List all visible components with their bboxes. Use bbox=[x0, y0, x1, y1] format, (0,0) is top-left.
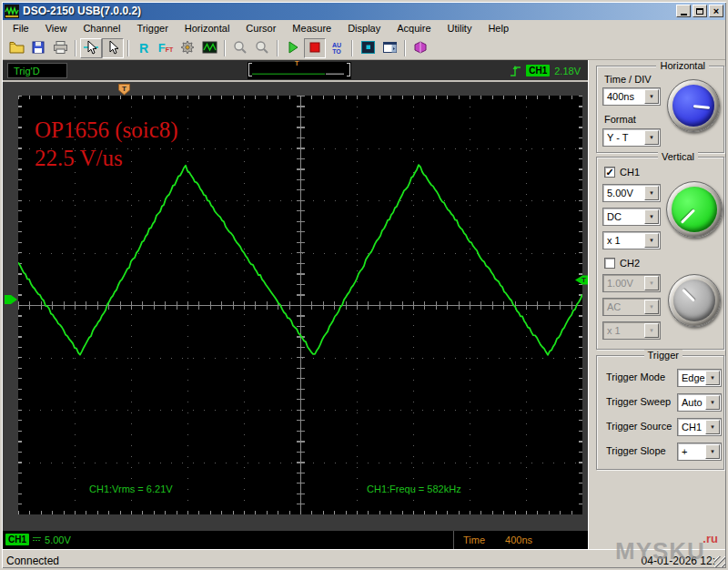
toolbar-separator bbox=[277, 40, 278, 56]
horizontal-knob[interactable] bbox=[667, 79, 720, 132]
waveform-window-button[interactable] bbox=[198, 38, 220, 58]
print-button[interactable] bbox=[49, 38, 71, 58]
cursor-button[interactable] bbox=[102, 38, 124, 58]
ch1-volt-div-select[interactable]: 5.00V▼ bbox=[602, 184, 661, 202]
chevron-down-icon[interactable]: ▼ bbox=[644, 89, 659, 104]
save-button[interactable] bbox=[27, 38, 49, 58]
toolbar-separator bbox=[224, 40, 226, 56]
chevron-down-icon[interactable]: ▼ bbox=[644, 233, 659, 248]
zoom-in-button[interactable] bbox=[229, 38, 251, 58]
cursor-trace-icon bbox=[84, 40, 98, 56]
app-window: DSO-2150 USB(7.0.0.2) × FileViewChannelT… bbox=[0, 0, 728, 570]
trigger-status: Trig'D bbox=[7, 63, 67, 78]
trigger-position-label: T bbox=[122, 85, 126, 93]
menu-horizontal[interactable]: Horizontal bbox=[177, 21, 238, 36]
maximize-button[interactable] bbox=[693, 5, 707, 17]
format-select[interactable]: Y - T ▼ bbox=[602, 128, 661, 147]
chevron-down-icon[interactable]: ▼ bbox=[644, 209, 659, 224]
layout-button[interactable] bbox=[379, 38, 400, 58]
print-icon bbox=[53, 40, 68, 56]
preview-bracket-left bbox=[248, 63, 252, 76]
trigger-level-label: T bbox=[581, 276, 586, 284]
menu-measure[interactable]: Measure bbox=[284, 21, 339, 36]
toolbar-separator bbox=[75, 40, 76, 56]
resize-grip[interactable] bbox=[714, 556, 726, 568]
fft-icon: FFT bbox=[158, 42, 174, 54]
help-icon bbox=[413, 40, 428, 56]
help-button[interactable] bbox=[410, 38, 431, 58]
start-button[interactable] bbox=[282, 38, 304, 58]
trigger-status-text: Trig'D bbox=[14, 66, 40, 76]
format-label: Format bbox=[604, 114, 636, 125]
trigger-sweep-select[interactable]: Auto▼ bbox=[677, 393, 722, 412]
ch2-checkmark bbox=[604, 258, 615, 269]
autoset-icon: AUTO bbox=[332, 42, 341, 55]
vrms-readout: CH1:Vrms = 6.21V bbox=[89, 483, 173, 494]
chevron-down-icon[interactable]: ▼ bbox=[644, 130, 659, 145]
close-button[interactable]: × bbox=[709, 5, 723, 17]
chevron-down-icon: ▼ bbox=[644, 300, 659, 314]
refresh-button[interactable]: R bbox=[133, 38, 155, 58]
menu-channel[interactable]: Channel bbox=[75, 21, 128, 36]
trigger-status-bar: Trig'D T CH1 2.18V bbox=[0, 60, 588, 82]
preview-bracket-right bbox=[347, 63, 350, 76]
chevron-down-icon[interactable]: ▼ bbox=[705, 371, 720, 385]
horizontal-group-title: Horizontal bbox=[656, 60, 709, 71]
menu-acquire[interactable]: Acquire bbox=[389, 21, 439, 36]
menu-cursor[interactable]: Cursor bbox=[238, 21, 284, 36]
trigger-source-select[interactable]: CH1▼ bbox=[677, 418, 722, 436]
fit-screen-button[interactable] bbox=[357, 38, 379, 58]
user-annotation: OP1656 (soic8) 22.5 V/us bbox=[35, 116, 178, 172]
menu-file[interactable]: File bbox=[5, 21, 37, 36]
title-bar[interactable]: DSO-2150 USB(7.0.0.2) × bbox=[2, 2, 726, 20]
trigger-position-marker[interactable]: T bbox=[118, 84, 130, 96]
menu-help[interactable]: Help bbox=[480, 21, 517, 36]
ch1-checkbox[interactable]: ✓ CH1 bbox=[604, 167, 640, 178]
toolbar-separator bbox=[351, 40, 353, 56]
toolbar-separator bbox=[404, 40, 406, 56]
time-div-select[interactable]: 400ns ▼ bbox=[602, 87, 661, 106]
zoom-out-icon bbox=[255, 40, 269, 56]
chevron-down-icon[interactable]: ▼ bbox=[705, 444, 720, 459]
trigger-sweep-label: Trigger Sweep bbox=[606, 396, 671, 407]
trigger-mode-label: Trigger Mode bbox=[606, 372, 665, 382]
trigger-slope-label: Trigger Slope bbox=[606, 445, 666, 456]
chevron-down-icon[interactable]: ▼ bbox=[705, 420, 720, 434]
open-file-button[interactable] bbox=[5, 38, 27, 58]
dc-coupling-icon bbox=[33, 536, 41, 543]
scope-screen[interactable]: OP1656 (soic8) 22.5 V/us CH1:Vrms = 6.21… bbox=[18, 96, 582, 514]
zoom-out-button[interactable] bbox=[251, 38, 273, 58]
trigger-slope-select[interactable]: +▼ bbox=[677, 443, 722, 461]
ch1-position-knob[interactable] bbox=[666, 181, 723, 238]
trigger-source-label: Trigger Source bbox=[606, 421, 672, 432]
ch1-probe-select[interactable]: x 1▼ bbox=[602, 231, 661, 249]
zoom-in-icon bbox=[233, 40, 248, 56]
fft-button[interactable]: FFT bbox=[155, 38, 177, 58]
stop-button[interactable] bbox=[304, 38, 326, 58]
minimize-button[interactable] bbox=[676, 5, 691, 17]
chevron-down-icon[interactable]: ▼ bbox=[705, 395, 720, 410]
ch1-coupling-select[interactable]: DC▼ bbox=[602, 208, 661, 226]
cursor-trace-button[interactable] bbox=[80, 38, 102, 58]
menu-display[interactable]: Display bbox=[339, 21, 389, 36]
toolbar-separator bbox=[127, 40, 129, 56]
window-title: DSO-2150 USB(7.0.0.2) bbox=[23, 5, 141, 17]
settings-button[interactable] bbox=[177, 38, 198, 58]
ch2-position-knob[interactable] bbox=[668, 274, 721, 327]
menu-utility[interactable]: Utility bbox=[440, 21, 480, 36]
trigger-mode-select[interactable]: Edge▼ bbox=[677, 369, 722, 387]
ch1-zero-marker[interactable] bbox=[5, 293, 18, 306]
waveform-preview[interactable]: T bbox=[248, 62, 351, 79]
vertical-group-title: Vertical bbox=[658, 151, 698, 162]
ch2-checkbox[interactable]: CH2 bbox=[604, 258, 640, 269]
chevron-down-icon[interactable]: ▼ bbox=[644, 186, 659, 200]
open-file-icon bbox=[9, 40, 25, 56]
menu-view[interactable]: View bbox=[37, 21, 76, 36]
autoset-button[interactable]: AUTO bbox=[326, 38, 348, 58]
chevron-down-icon: ▼ bbox=[644, 276, 659, 290]
ch1-checkmark: ✓ bbox=[604, 167, 615, 178]
menu-trigger[interactable]: Trigger bbox=[128, 21, 176, 36]
ch1-badge: CH1 bbox=[5, 534, 29, 545]
cursor-icon bbox=[106, 40, 120, 56]
close-icon: × bbox=[713, 6, 719, 15]
